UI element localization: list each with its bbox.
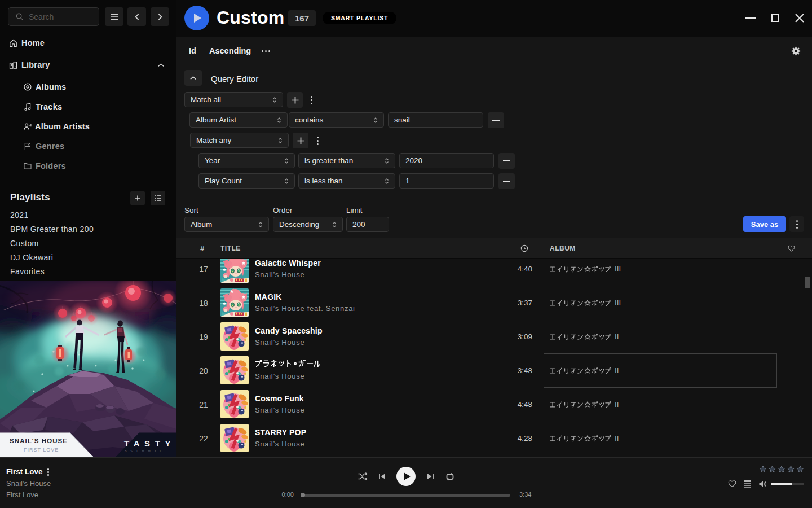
svg-text:TASTY: TASTY bbox=[124, 439, 175, 448]
svg-text:FIRST LOVE: FIRST LOVE bbox=[24, 447, 59, 453]
svg-text:SNAIL’S HOUSE: SNAIL’S HOUSE bbox=[10, 437, 68, 444]
svg-text:BSTMMXI: BSTMMXI bbox=[125, 449, 165, 453]
